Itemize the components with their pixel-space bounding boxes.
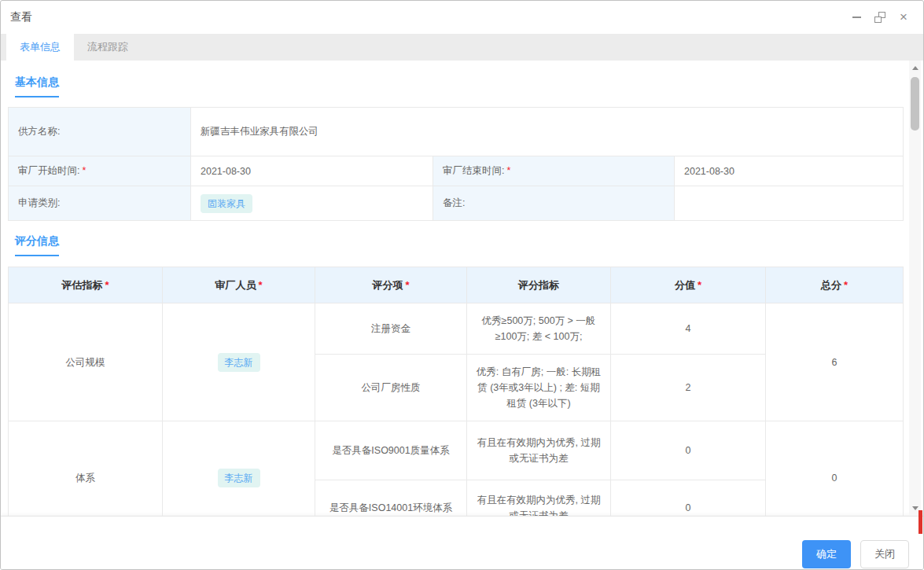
required-mark: * — [82, 165, 86, 176]
apply-category-cell: 固装家具 — [191, 186, 433, 221]
table-row: 供方名称: 新疆吉丰伟业家具有限公司 — [9, 108, 904, 156]
close-button[interactable]: 关闭 — [860, 540, 909, 568]
vertical-scrollbar[interactable] — [909, 61, 921, 516]
col-total-score: 总分* — [766, 267, 904, 303]
total-score-cell: 6 — [766, 303, 904, 421]
audit-start-value: 2021-08-30 — [191, 156, 433, 186]
dialog-title: 查看 — [10, 10, 32, 24]
score-item-cell: 是否具备ISO9001质量体系 — [315, 421, 467, 480]
basic-info-section-title: 基本信息 — [15, 75, 59, 97]
score-criteria-cell: 有且在有效期内为优秀, 过期或无证书为差 — [467, 480, 611, 517]
score-item-cell: 公司厂房性质 — [315, 355, 467, 421]
confirm-button[interactable]: 确定 — [802, 540, 851, 568]
table-row: 公司规模 李志新 注册资金 优秀≥500万; 500万 > 一般≥100万; 差… — [9, 303, 904, 355]
close-icon[interactable]: × — [898, 12, 909, 23]
audit-end-value: 2021-08-30 — [675, 156, 904, 186]
required-mark: * — [844, 279, 848, 291]
table-row: 审厂开始时间:* 2021-08-30 审厂结束时间:* 2021-08-30 — [9, 156, 904, 186]
auditor-tag: 李志新 — [218, 469, 260, 487]
view-dialog: 查看 × 表单信息 流程跟踪 基本信息 供方名称: 新疆吉丰伟业家具有限公司 审… — [0, 0, 924, 570]
required-mark: * — [698, 279, 701, 291]
score-criteria-cell: 有且在有效期内为优秀, 过期或无证书为差 — [467, 421, 611, 480]
score-value-cell: 2 — [611, 355, 766, 421]
dialog-titlebar: 查看 × — [1, 1, 923, 34]
supplier-name-label: 供方名称: — [9, 108, 191, 156]
remark-value — [675, 186, 904, 221]
col-score-value: 分值* — [611, 267, 766, 303]
supplier-name-value: 新疆吉丰伟业家具有限公司 — [191, 108, 904, 156]
score-value-cell: 4 — [611, 303, 766, 355]
window-controls: × — [851, 12, 909, 23]
scroll-up-icon[interactable] — [909, 62, 921, 74]
minimize-icon[interactable] — [851, 12, 862, 23]
scoring-section-title: 评分信息 — [15, 234, 59, 256]
basic-info-table: 供方名称: 新疆吉丰伟业家具有限公司 审厂开始时间:* 2021-08-30 审… — [8, 107, 904, 221]
scrollbar-thumb[interactable] — [911, 77, 919, 131]
apply-category-label: 申请类别: — [9, 186, 191, 221]
tab-process-tracking[interactable]: 流程跟踪 — [74, 34, 142, 61]
table-row: 申请类别: 固装家具 备注: — [9, 186, 904, 221]
score-value-cell: 0 — [611, 421, 766, 480]
col-score-item: 评分项* — [315, 267, 467, 303]
table-row: 体系 李志新 是否具备ISO9001质量体系 有且在有效期内为优秀, 过期或无证… — [9, 421, 904, 480]
score-criteria-cell: 优秀≥500万; 500万 > 一般≥100万; 差 < 100万; — [467, 303, 611, 355]
score-item-cell: 注册资金 — [315, 303, 467, 355]
table-header-row: 评估指标* 审厂人员* 评分项* 评分指标 分值* 总分* — [9, 267, 904, 303]
auditor-cell: 李志新 — [163, 303, 315, 421]
col-score-criteria: 评分指标 — [467, 267, 611, 303]
required-mark: * — [105, 279, 109, 291]
required-mark: * — [405, 279, 409, 291]
score-criteria-cell: 优秀: 自有厂房; 一般: 长期租赁 (3年或3年以上) ; 差: 短期租赁 (… — [467, 355, 611, 421]
dialog-footer: 确定 关闭 — [1, 516, 923, 570]
remark-label: 备注: — [433, 186, 675, 221]
auditor-cell: 李志新 — [163, 421, 315, 517]
scrollbar-red-indicator — [918, 510, 922, 534]
score-value-cell: 0 — [611, 480, 766, 517]
audit-end-label: 审厂结束时间:* — [433, 156, 675, 186]
eval-indicator-cell: 公司规模 — [9, 303, 163, 421]
eval-indicator-cell: 体系 — [9, 421, 163, 517]
form-content: 基本信息 供方名称: 新疆吉丰伟业家具有限公司 审厂开始时间:* 2021-08… — [1, 61, 923, 516]
required-mark: * — [506, 165, 510, 176]
audit-start-label: 审厂开始时间:* — [9, 156, 191, 186]
category-tag: 固装家具 — [201, 194, 252, 213]
auditor-tag: 李志新 — [218, 353, 260, 372]
total-score-cell: 0 — [766, 421, 904, 517]
score-item-cell: 是否具备ISO14001环境体系 — [315, 480, 467, 517]
col-eval-indicator: 评估指标* — [9, 267, 163, 303]
required-mark: * — [258, 279, 262, 291]
tab-bar: 表单信息 流程跟踪 — [1, 34, 923, 61]
scoring-table: 评估指标* 审厂人员* 评分项* 评分指标 分值* 总分* 公司规模 李志新 注… — [8, 267, 904, 516]
tab-form-info[interactable]: 表单信息 — [6, 34, 74, 61]
restore-icon[interactable] — [874, 12, 885, 23]
col-auditor: 审厂人员* — [163, 267, 315, 303]
